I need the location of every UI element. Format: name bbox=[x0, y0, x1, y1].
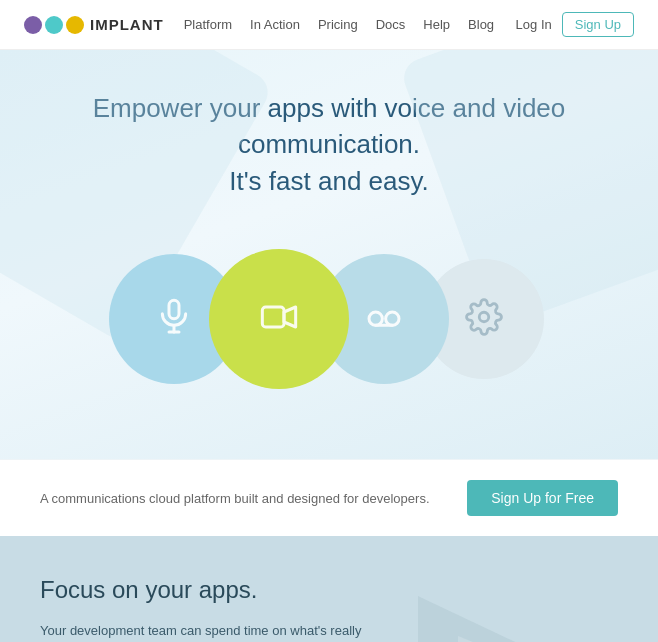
logo-circle-purple bbox=[24, 16, 42, 34]
logo-circle-yellow bbox=[66, 16, 84, 34]
feature-graphic-svg bbox=[408, 576, 618, 642]
feature-heading: Focus on your apps. bbox=[40, 576, 378, 604]
voicemail-icon bbox=[364, 297, 404, 341]
cta-description: A communications cloud platform built an… bbox=[40, 491, 430, 506]
feature-graphic: UX bbox=[408, 576, 618, 642]
settings-icon bbox=[465, 298, 503, 340]
feature-section: Focus on your apps. Your development tea… bbox=[0, 536, 658, 642]
nav-link-help[interactable]: Help bbox=[423, 17, 450, 32]
login-button[interactable]: Log In bbox=[516, 17, 552, 32]
nav-link-blog[interactable]: Blog bbox=[468, 17, 494, 32]
feature-circles bbox=[79, 239, 579, 399]
svg-point-7 bbox=[479, 312, 489, 322]
logo-circle-teal bbox=[45, 16, 63, 34]
svg-rect-3 bbox=[262, 307, 284, 327]
logo-group: IMPLANT bbox=[24, 16, 164, 34]
nav-link-platform[interactable]: Platform bbox=[184, 17, 232, 32]
svg-rect-0 bbox=[169, 301, 179, 319]
hero-section: Empower your apps with voice and video c… bbox=[0, 50, 658, 459]
logo-text: IMPLANT bbox=[90, 16, 164, 33]
circle-video bbox=[209, 249, 349, 389]
nav-link-in-action[interactable]: In Action bbox=[250, 17, 300, 32]
logo-circles bbox=[24, 16, 84, 34]
svg-marker-8 bbox=[418, 596, 598, 642]
svg-point-4 bbox=[369, 312, 382, 325]
nav-link-pricing[interactable]: Pricing bbox=[318, 17, 358, 32]
feature-text-block: Focus on your apps. Your development tea… bbox=[40, 576, 378, 642]
nav-links: Platform In Action Pricing Docs Help Blo… bbox=[184, 17, 516, 32]
svg-point-5 bbox=[386, 312, 399, 325]
feature-body: Your development team can spend time on … bbox=[40, 620, 378, 642]
signup-button[interactable]: Sign Up bbox=[562, 12, 634, 37]
nav-link-docs[interactable]: Docs bbox=[376, 17, 406, 32]
navbar: IMPLANT Platform In Action Pricing Docs … bbox=[0, 0, 658, 50]
cta-signup-button[interactable]: Sign Up for Free bbox=[467, 480, 618, 516]
video-icon bbox=[259, 297, 299, 341]
nav-actions: Log In Sign Up bbox=[516, 12, 634, 37]
mic-icon bbox=[154, 297, 194, 341]
cta-row: A communications cloud platform built an… bbox=[0, 459, 658, 536]
